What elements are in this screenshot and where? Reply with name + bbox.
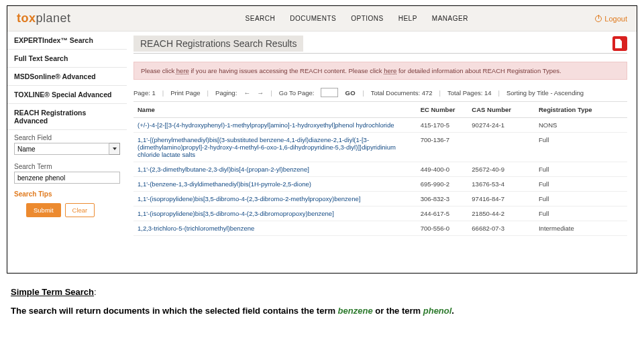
pager-next-icon[interactable]: → (257, 89, 264, 97)
caption-block: Simple Term Search: The search will retu… (0, 274, 644, 317)
table-row: (+/-)-4-[2-[[3-(4-hydroxyphenyl)-1-methy… (133, 118, 627, 133)
nav-options[interactable]: OPTIONS (351, 15, 384, 22)
alert-link-1[interactable]: here (176, 67, 189, 74)
search-term-label: Search Term (7, 159, 127, 172)
col-reg[interactable]: Registration Type (535, 102, 627, 118)
search-field-select[interactable] (14, 143, 120, 155)
result-reg: Intermediate (535, 221, 627, 236)
nav-help[interactable]: HELP (398, 15, 417, 22)
result-cas (468, 133, 535, 162)
pager-bar: Page: 1| Print Page| Paging: ← →| Go To … (133, 85, 627, 102)
app-window: toxplanet SEARCH DOCUMENTS OPTIONS HELP … (7, 5, 637, 274)
top-nav: SEARCH DOCUMENTS OPTIONS HELP MANAGER (246, 15, 468, 22)
brand-logo: toxplanet (17, 11, 71, 25)
result-name-link[interactable]: 1,2,3-trichloro-5-(trichloromethyl)benze… (138, 225, 254, 232)
chevron-down-icon (113, 147, 117, 150)
nav-search[interactable]: SEARCH (246, 15, 276, 22)
main-content: REACH Registrations Search Results Pleas… (127, 32, 637, 273)
col-cas[interactable]: CAS Number (468, 102, 535, 118)
result-name-link[interactable]: 1,1'-(2,3-dimethylbutane-2,3-diyl)bis[4-… (138, 166, 309, 173)
power-icon (595, 15, 602, 22)
pager-sort[interactable]: Sorting by Title - Ascending (506, 89, 584, 97)
pager-goto-label: Go To Page: (279, 89, 315, 97)
alert-link-2[interactable]: here (384, 67, 396, 74)
caption-line-post: . (451, 306, 454, 316)
sidebar: EXPERTIndex™ Search Full Text Search MSD… (7, 32, 127, 273)
search-tips-link[interactable]: Search Tips (7, 188, 127, 203)
result-ec: 415-170-5 (417, 118, 468, 133)
result-reg: Full (535, 177, 627, 192)
result-name-link[interactable]: 1,1'-{(phenylmethanediyl)bis[(3-substitu… (138, 136, 396, 158)
caption-title: Simple Term Search (11, 287, 94, 297)
caption-line-mid: or the term (373, 306, 423, 316)
result-ec: 695-990-2 (417, 177, 468, 192)
result-reg: Full (535, 192, 627, 206)
submit-button[interactable]: Submit (26, 203, 61, 217)
result-ec: 449-400-0 (417, 162, 468, 177)
result-cas: 66682-07-3 (468, 221, 535, 236)
caption-term-2: phenol (423, 306, 452, 316)
brand-left: tox (17, 11, 36, 25)
result-cas: 25672-40-9 (468, 162, 535, 177)
sidebar-item-expertindex[interactable]: EXPERTIndex™ Search (7, 32, 127, 50)
search-field-label: Search Field (7, 130, 127, 143)
brand-right: planet (36, 11, 71, 25)
table-row: 1,1'-(isopropylidene)bis[3,5-dibromo-4-(… (133, 192, 627, 206)
result-reg: Full (535, 206, 627, 221)
sidebar-item-toxline[interactable]: TOXLINE® Special Advanced (7, 86, 127, 104)
alert-text-1: Please click (141, 67, 176, 74)
table-row: 1,1'-(isopropylidene)bis[3,5-dibromo-4-(… (133, 206, 627, 221)
logout-link[interactable]: Logout (595, 15, 627, 23)
result-reg: Full (535, 133, 627, 162)
nav-manager[interactable]: MANAGER (432, 15, 468, 22)
nav-documents[interactable]: DOCUMENTS (290, 15, 336, 22)
clear-button[interactable]: Clear (65, 203, 95, 217)
topbar: toxplanet SEARCH DOCUMENTS OPTIONS HELP … (7, 6, 637, 32)
pager-total-docs: Total Documents: 472 (371, 89, 433, 97)
search-field-dropdown-button[interactable] (109, 143, 120, 155)
logout-label: Logout (604, 15, 627, 23)
result-cas: 97416-84-7 (468, 192, 535, 206)
search-field-value[interactable] (14, 143, 109, 155)
info-alert: Please click here if you are having issu… (133, 62, 627, 80)
result-cas: 21850-44-2 (468, 206, 535, 221)
pdf-export-icon[interactable] (612, 36, 627, 51)
result-reg: Full (535, 162, 627, 177)
page-title: REACH Registrations Search Results (133, 36, 303, 52)
table-row: 1,1'-(benzene-1,3-diyldimethanediyl)bis(… (133, 177, 627, 192)
sidebar-item-reach[interactable]: REACH Registrations Advanced (7, 104, 127, 130)
pager-print[interactable]: Print Page (170, 89, 200, 97)
search-term-input[interactable] (14, 172, 120, 184)
result-ec: 700-136-7 (417, 133, 468, 162)
result-cas: 13676-53-4 (468, 177, 535, 192)
result-reg: NONS (535, 118, 627, 133)
pager-total-pages: Total Pages: 14 (447, 89, 492, 97)
col-ec[interactable]: EC Number (417, 102, 468, 118)
table-row: 1,1'-(2,3-dimethylbutane-2,3-diyl)bis[4-… (133, 162, 627, 177)
result-ec: 244-617-5 (417, 206, 468, 221)
result-name-link[interactable]: 1,1'-(benzene-1,3-diyldimethanediyl)bis(… (138, 180, 311, 188)
table-row: 1,2,3-trichloro-5-(trichloromethyl)benze… (133, 221, 627, 236)
caption-term-1: benzene (338, 306, 373, 316)
pager-page: Page: 1 (133, 89, 156, 97)
result-ec: 700-556-0 (417, 221, 468, 236)
result-name-link[interactable]: 1,1'-(isopropylidene)bis[3,5-dibromo-4-(… (138, 210, 334, 217)
alert-text-3: for detailed information about REACH Reg… (396, 67, 561, 74)
result-cas: 90274-24-1 (468, 118, 535, 133)
result-name-link[interactable]: (+/-)-4-[2-[[3-(4-hydroxyphenyl)-1-methy… (138, 121, 394, 129)
pager-paging-label: Paging: (215, 89, 237, 97)
table-row: 1,1'-{(phenylmethanediyl)bis[(3-substitu… (133, 133, 627, 162)
sidebar-item-fulltext[interactable]: Full Text Search (7, 50, 127, 68)
results-table: Name EC Number CAS Number Registration T… (133, 102, 627, 236)
result-name-link[interactable]: 1,1'-(isopropylidene)bis[3,5-dibromo-4-(… (138, 195, 360, 202)
caption-line-pre: The search will return documents in whic… (11, 306, 338, 316)
result-ec: 306-832-3 (417, 192, 468, 206)
pager-go-button[interactable]: GO (345, 89, 356, 97)
alert-text-2: if you are having issues accessing the R… (189, 67, 384, 74)
col-name[interactable]: Name (133, 102, 417, 118)
pager-goto-input[interactable] (321, 88, 338, 97)
sidebar-item-msdsonline[interactable]: MSDSonline® Advanced (7, 68, 127, 86)
pager-prev-icon[interactable]: ← (244, 89, 250, 97)
